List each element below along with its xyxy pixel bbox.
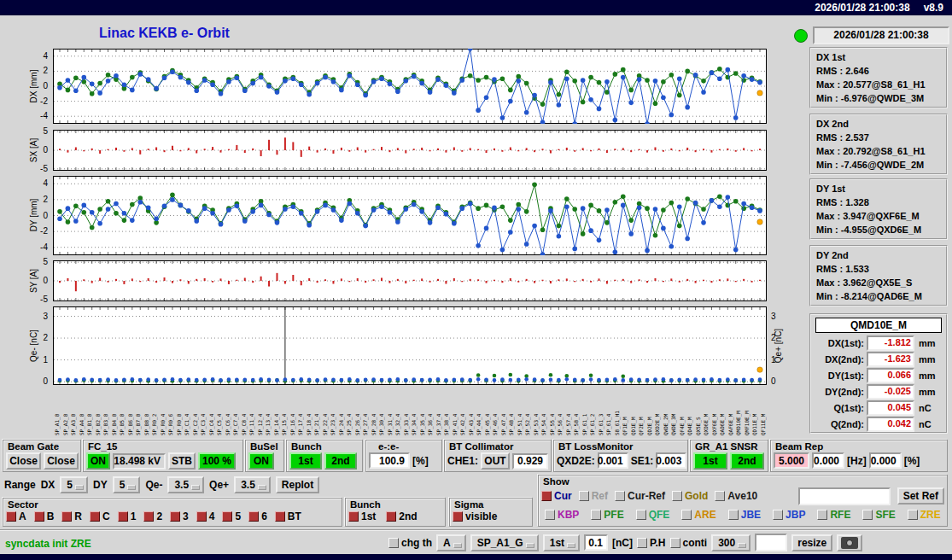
range-dy-select[interactable]: 5 — [113, 476, 141, 493]
region-checkbox[interactable] — [591, 510, 601, 520]
region-toggle[interactable]: JBP — [773, 509, 805, 521]
sector-checkbox[interactable] — [118, 511, 128, 522]
show-toggle[interactable]: Cur-Ref — [615, 490, 665, 502]
sector-toggle[interactable]: R — [61, 510, 82, 522]
range-dx-select[interactable]: 5 — [60, 476, 88, 493]
ee-value-field: 100.9 — [369, 452, 410, 469]
region-toggle[interactable]: ARE — [681, 509, 715, 521]
region-toggle[interactable]: PFE — [591, 509, 623, 521]
sector-checkbox[interactable] — [222, 511, 232, 522]
che1-label: CHE1: — [447, 455, 478, 467]
fc15-on-button[interactable]: ON — [86, 452, 110, 470]
bpm-label: SP_A2_8 — [61, 386, 70, 435]
range-qem-select[interactable]: 3.5 — [167, 476, 204, 493]
bpm-label: SP_B3_8 — [102, 386, 110, 435]
region-toggle[interactable]: KBP — [545, 509, 579, 521]
show-toggle[interactable]: Gold — [672, 490, 708, 502]
beam-gate-close-b-button[interactable]: Close — [44, 452, 79, 470]
region-checkbox[interactable] — [728, 510, 739, 520]
sector-toggle[interactable]: 2 — [143, 510, 162, 522]
show-checkbox[interactable] — [615, 491, 625, 501]
region-toggle[interactable]: RFE — [817, 509, 850, 521]
region-toggle-label: RFE — [830, 509, 850, 521]
snapshot-button[interactable] — [837, 534, 862, 551]
region-checkbox[interactable] — [681, 510, 692, 520]
replot-button[interactable]: Replot — [276, 476, 319, 493]
sector-toggle-label: 3 — [183, 510, 189, 522]
interval-select[interactable]: 300 — [711, 534, 751, 551]
sector-checkbox[interactable] — [61, 511, 72, 522]
beam-rep-pct-unit: [%] — [904, 455, 920, 467]
region-toggle[interactable]: QFE — [636, 509, 670, 521]
sigma-checkbox[interactable] — [453, 511, 463, 522]
region-checkbox[interactable] — [908, 510, 918, 520]
sector-checkbox[interactable] — [90, 511, 100, 522]
bpm-label: SP_R0_4 — [159, 386, 167, 435]
ph-checkbox[interactable] — [637, 538, 647, 548]
sector-toggle[interactable]: B — [34, 510, 55, 522]
sector-checkbox[interactable] — [34, 511, 44, 522]
bunch-select[interactable]: 1st — [543, 534, 580, 551]
monitor-row-unit: nC — [919, 403, 932, 413]
bunch-toggle[interactable]: 1st — [348, 510, 376, 522]
sector-toggle[interactable]: 6 — [248, 510, 267, 522]
bunch-checkbox[interactable] — [386, 511, 396, 522]
region-checkbox[interactable] — [545, 510, 555, 520]
region-checkbox[interactable] — [862, 510, 873, 520]
chg-th-toggle[interactable]: chg th — [388, 537, 432, 549]
region-checkbox[interactable] — [817, 510, 827, 520]
conti-checkbox[interactable] — [670, 538, 680, 548]
conti-toggle[interactable]: conti — [670, 537, 708, 549]
threshold-field[interactable]: 0.1 — [584, 534, 608, 551]
sector-toggle[interactable]: 4 — [196, 510, 215, 522]
region-toggle[interactable]: SFE — [862, 509, 895, 521]
bunch-1st-button[interactable]: 1st — [289, 452, 322, 470]
chg-th-checkbox[interactable] — [388, 538, 399, 548]
monitor-row-label: DX(1st): — [811, 338, 864, 348]
sector-checkbox[interactable] — [196, 511, 207, 522]
show-toggle[interactable]: Cur — [541, 490, 572, 502]
region-checkbox[interactable] — [636, 510, 646, 520]
sector-toggle[interactable]: BT — [275, 510, 301, 522]
sector-select[interactable]: A — [436, 534, 466, 551]
sector-toggle[interactable]: C — [90, 510, 110, 522]
sector-checkbox[interactable] — [275, 511, 285, 522]
bunch-checkbox[interactable] — [348, 511, 359, 522]
show-toggle[interactable]: Ave10 — [715, 490, 757, 502]
show-checkbox[interactable] — [715, 491, 725, 501]
che1-out-button[interactable]: OUT — [481, 452, 510, 470]
show-checkbox[interactable] — [672, 491, 682, 501]
ref-input[interactable] — [798, 487, 891, 505]
sector-toggle[interactable]: 5 — [222, 510, 241, 522]
sector-checkbox[interactable] — [143, 511, 154, 522]
bunch-2nd-button[interactable]: 2nd — [324, 452, 357, 470]
sector-checkbox[interactable] — [248, 511, 259, 522]
region-checkbox[interactable] — [773, 510, 783, 520]
show-checkbox[interactable] — [579, 491, 589, 501]
bpm-select[interactable]: SP_A1_G — [470, 534, 539, 551]
gr-snsr-2nd-button[interactable]: 2nd — [730, 452, 764, 470]
fc15-stb-button[interactable]: STB — [168, 452, 196, 470]
set-ref-button[interactable]: Set Ref — [897, 487, 944, 505]
resize-button[interactable]: resize — [791, 534, 832, 551]
ee-unit: [%] — [412, 455, 429, 467]
sector-toggle[interactable]: 1 — [118, 510, 137, 522]
region-toggle[interactable]: JBE — [728, 509, 761, 521]
bt-lossmonitor-title: BT LossMonitor — [558, 441, 634, 452]
sector-checkbox[interactable] — [6, 511, 16, 522]
region-toggle[interactable]: ZRE — [908, 509, 941, 521]
beam-gate-close-a-button[interactable]: Close — [6, 452, 41, 470]
bunch-toggle[interactable]: 2nd — [386, 510, 417, 522]
show-checkbox[interactable] — [541, 491, 552, 501]
busel-on-button[interactable]: ON — [248, 452, 274, 470]
gr-snsr-1st-button[interactable]: 1st — [693, 452, 727, 470]
range-qep-select[interactable]: 3.5 — [234, 476, 271, 493]
ph-toggle[interactable]: P.H — [637, 537, 665, 549]
sigma-toggle[interactable]: visible — [453, 510, 497, 522]
sector-toggle[interactable]: A — [6, 510, 26, 522]
aux-input[interactable] — [755, 534, 787, 551]
sector-toggle[interactable]: 3 — [170, 510, 189, 522]
bpm-label: SP_15_4 — [280, 386, 289, 435]
sector-checkbox[interactable] — [170, 511, 180, 522]
show-toggle[interactable]: Ref — [579, 490, 608, 502]
